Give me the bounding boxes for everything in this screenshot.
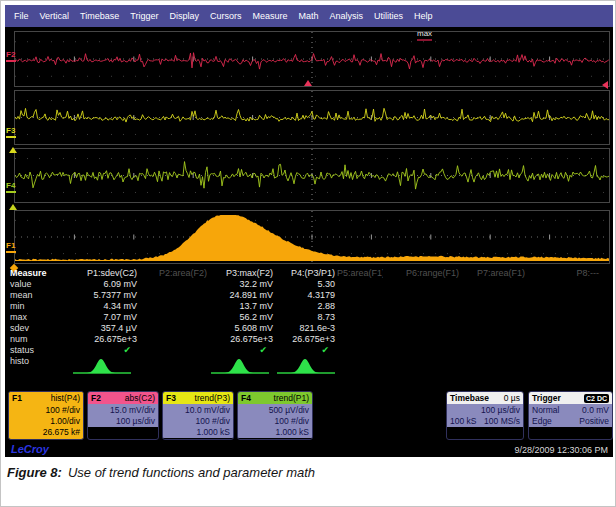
measure-table: MeasureP1:sdev(C2)P2:area(F2)P3:max(F2)P…: [9, 268, 609, 378]
trigger-type: Edge: [532, 416, 552, 427]
menu-analysis[interactable]: Analysis: [329, 11, 363, 21]
menu-timebase[interactable]: Timebase: [80, 11, 119, 21]
measure-row-min: min4.34 mV13.7 mV2.88: [9, 301, 609, 312]
measure-col-header-5[interactable]: P5:area(F1): [337, 268, 383, 279]
f3-zero-marker-icon[interactable]: [9, 147, 17, 153]
measure-P3-mean: 24.891 mV: [209, 290, 275, 301]
grid-f4: [14, 148, 610, 203]
measure-P4-mean: 4.3179: [275, 290, 337, 301]
descriptor-f2-line1: 15.0 mV/div: [91, 405, 155, 416]
measure-row-histo: histo: [9, 356, 609, 378]
measure-P4-min: 2.88: [275, 301, 337, 312]
measure-P2-histicon: [139, 356, 209, 378]
measure-P1-histicon: [55, 356, 139, 378]
f4-zero-marker-icon[interactable]: [9, 204, 17, 210]
measure-rowlabel-max: max: [9, 312, 55, 323]
menu-utilities[interactable]: Utilities: [374, 11, 403, 21]
channel-descriptor-f3[interactable]: F3trend(P3)10.0 mV/div100 #/div1.000 kS: [162, 391, 234, 440]
timebase-scale: 100 µs/div: [450, 405, 520, 416]
timebase-samples: 100 kS: [450, 416, 476, 427]
measure-P4-value: 5.30: [275, 279, 337, 290]
descriptor-f4-function: trend(P1): [274, 393, 309, 404]
descriptor-f2-function: abs(C2): [125, 393, 155, 404]
measure-P2-value: [139, 279, 209, 290]
measure-col-header-6[interactable]: P6:range(F1): [383, 268, 461, 279]
menu-display[interactable]: Display: [169, 11, 199, 21]
measure-col-header-1[interactable]: P1:sdev(C2): [55, 268, 139, 279]
measure-P8-histicon: [527, 356, 601, 378]
trigger-mode: Normal: [532, 405, 559, 416]
measure-P2-num: [139, 334, 209, 345]
lecroy-logo: LeCroy: [11, 443, 49, 455]
measure-col-header-2[interactable]: P2:area(F2): [139, 268, 209, 279]
menu-bar: FileVerticalTimebaseTriggerDisplayCursor…: [5, 5, 613, 27]
measure-P6-max: [383, 312, 461, 323]
timebase-descriptor[interactable]: Timebase 0 µs 100 µs/div 100 kS 100 MS/s: [446, 391, 524, 440]
measure-P1-max: 7.07 mV: [55, 312, 139, 323]
descriptor-f1-function: hist(P4): [51, 393, 80, 404]
trigger-title: Trigger: [532, 393, 561, 404]
descriptor-f1-id: F1: [12, 393, 22, 404]
measure-col-header-7[interactable]: P7:area(F1): [461, 268, 527, 279]
measure-col-header-3[interactable]: P3:max(F2): [209, 268, 275, 279]
waveform-f3: [15, 91, 609, 144]
menu-cursors[interactable]: Cursors: [210, 11, 242, 21]
measure-P8-num: [527, 334, 601, 345]
descriptor-f2-id: F2: [91, 393, 101, 404]
measure-P6-sdev: [383, 323, 461, 334]
descriptor-f4-header: F4trend(P1): [238, 392, 312, 404]
descriptor-f3-header: F3trend(P3): [163, 392, 233, 404]
trigger-level-marker-icon[interactable]: [602, 81, 608, 89]
menu-help[interactable]: Help: [414, 11, 433, 21]
measure-col-header-8[interactable]: P8:---: [527, 268, 601, 279]
channel-descriptor-f4[interactable]: F4trend(P1)500 µV/div100 #/div1.000 kS: [237, 391, 313, 440]
timebase-title: Timebase: [450, 393, 489, 404]
menu-vertical[interactable]: Vertical: [40, 11, 70, 21]
menu-math[interactable]: Math: [298, 11, 318, 21]
channel-descriptor-f2[interactable]: F2abs(C2)15.0 mV/div100 µs/div: [87, 391, 159, 440]
channel-descriptor-f1[interactable]: F1hist(P4)100 #/div1.00/div26.675 k#: [8, 391, 84, 440]
mini-histogram-icon: [71, 356, 133, 376]
measure-P3-value: 32.2 mV: [209, 279, 275, 290]
measure-row-num: num26.675e+326.675e+326.675e+3: [9, 334, 609, 345]
measure-header-row: MeasureP1:sdev(C2)P2:area(F2)P3:max(F2)P…: [9, 268, 609, 279]
measure-P5-mean: [337, 290, 383, 301]
measure-P8-sdev: [527, 323, 601, 334]
measure-P1-num: 26.675e+3: [55, 334, 139, 345]
descriptor-f3-line2: 100 #/div: [166, 416, 230, 427]
descriptor-f2-line2: 100 µs/div: [91, 416, 155, 427]
measure-P3-min: 13.7 mV: [209, 301, 275, 312]
trace-label-f3[interactable]: F3: [6, 127, 16, 138]
measure-P5-sdev: [337, 323, 383, 334]
grid-f1: [14, 210, 610, 264]
trigger-descriptor[interactable]: Trigger C2 DC Normal 0.0 mV Edge Positiv…: [528, 391, 613, 440]
measure-P6-min: [383, 301, 461, 312]
waveform-f4: [15, 149, 609, 202]
measure-col-header-4[interactable]: P4:(P3/P1): [275, 268, 337, 279]
measure-row-status: status✔✔✔: [9, 345, 609, 356]
measure-P3-status-icon: ✔: [209, 345, 275, 356]
measure-P6-mean: [383, 290, 461, 301]
menu-measure[interactable]: Measure: [252, 11, 287, 21]
measure-P7-num: [461, 334, 527, 345]
timestamp: 9/28/2009 12:30:06 PM: [514, 445, 608, 455]
measure-P4-histicon: [275, 356, 337, 378]
measure-P7-min: [461, 301, 527, 312]
measure-title: Measure: [9, 268, 55, 279]
measure-P3-sdev: 5.608 mV: [209, 323, 275, 334]
menu-file[interactable]: File: [14, 11, 29, 21]
trace-label-f4[interactable]: F4: [6, 182, 16, 193]
trace-label-f1[interactable]: F1: [6, 242, 16, 253]
measure-P8-min: [527, 301, 601, 312]
menu-trigger[interactable]: Trigger: [130, 11, 158, 21]
measure-rowlabel-histo: histo: [9, 356, 55, 378]
oscilloscope-screen: FileVerticalTimebaseTriggerDisplayCursor…: [5, 5, 613, 457]
trigger-source-badge: C2 DC: [584, 394, 609, 403]
measure-P5-min: [337, 301, 383, 312]
measure-P7-histicon: [461, 356, 527, 378]
descriptor-f2-body: 15.0 mV/div100 µs/div: [88, 404, 158, 427]
measure-P1-status-icon: ✔: [55, 345, 139, 356]
trigger-position-marker-icon[interactable]: [304, 80, 312, 86]
descriptor-f1-body: 100 #/div1.00/div26.675 k#: [9, 404, 83, 438]
trace-label-f2[interactable]: F2: [6, 51, 16, 62]
